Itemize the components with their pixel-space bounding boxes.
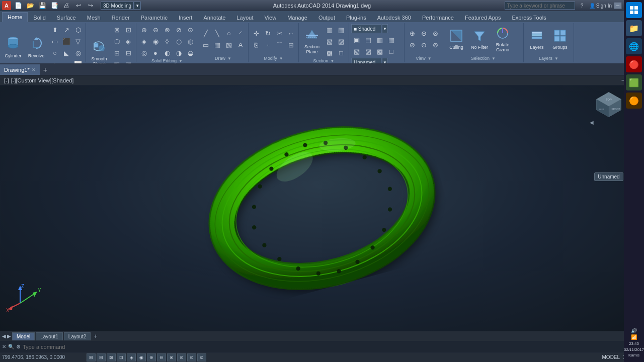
shaded-arrow[interactable]: ▼ [382,24,388,33]
tab-expresstools[interactable]: Express Tools [507,12,552,22]
unnamed-dropdown[interactable]: Unnamed ▼ [351,58,397,64]
add-layout-button[interactable]: + [94,333,97,340]
help-button[interactable]: ? [577,1,587,10]
section-s1[interactable]: ▥ [324,24,335,35]
tab-performance[interactable]: Performance [417,12,459,22]
saveas-button[interactable]: 📑 [49,1,59,10]
vb2[interactable]: ⊖ [418,28,429,39]
tab-output[interactable]: Output [313,12,341,22]
sb11[interactable]: ⊙ [187,353,196,361]
tab-surface[interactable]: Surface [51,12,82,22]
move-button[interactable]: ✛ [251,28,262,39]
pyramid-button[interactable]: △ [49,59,60,64]
layers-arrow[interactable]: ▼ [554,56,558,61]
vm6[interactable]: ▨ [363,46,374,57]
new-button[interactable]: 📄 [13,1,23,10]
section-s3[interactable]: ▧ [324,36,335,47]
section-s4[interactable]: ▨ [336,36,347,47]
se3[interactable]: ⊗ [162,24,173,35]
box-button[interactable]: ⬛ [61,36,72,47]
unnamed-arrow[interactable]: ▼ [382,58,388,64]
maximize-icon[interactable]: [-] [4,77,9,83]
mesh-s6[interactable]: ⊟ [123,47,134,58]
torus-button[interactable]: ◎ [72,47,84,58]
workspace-arrow[interactable]: ▼ [134,2,141,10]
vb3[interactable]: ⊗ [430,28,441,39]
line-button[interactable]: ╱ [200,28,211,39]
section-plane-button[interactable]: SectionPlane [301,27,323,55]
sb1[interactable]: ⊞ [87,353,96,361]
section-s2[interactable]: ▦ [336,24,347,35]
tab-annotate[interactable]: Annotate [198,12,231,22]
tab-plugins[interactable]: Plug-ins [341,12,372,22]
copy-button[interactable]: ⎘ [251,40,262,51]
selection-arrow[interactable]: ▼ [492,56,496,61]
tab-home[interactable]: Home [2,12,28,22]
rect-button[interactable]: ▭ [200,40,211,51]
arc-button[interactable]: ◜ [235,28,246,39]
vb4[interactable]: ⊘ [407,40,418,51]
view-cube-svg[interactable]: TOP FRONT LEFT [589,90,629,119]
win-start[interactable] [626,2,642,18]
cmd-close-button[interactable]: ✕ [2,344,6,349]
tab-close-icon[interactable]: ✕ [32,67,36,72]
tab-view[interactable]: View [259,12,282,22]
selection-label[interactable]: Selection [471,56,490,61]
search-input[interactable] [505,2,575,10]
vm2[interactable]: ▤ [363,34,374,45]
sb5[interactable]: ◈ [127,353,136,361]
win-plugin1[interactable]: 🔴 [626,56,642,72]
mesh-s4[interactable]: ◈ [123,36,134,47]
redo-button[interactable]: ↪ [86,1,96,10]
sb10[interactable]: ⊘ [177,353,186,361]
smooth-object-button[interactable]: SmoothObject [88,39,110,64]
modify-arrow[interactable]: ▼ [279,56,283,61]
cylinder-button[interactable]: Cylinder [2,33,24,61]
layout-tab-model[interactable]: Model [12,332,35,340]
layers-section-label[interactable]: Layers [539,56,552,61]
section-arrow[interactable]: ▼ [331,59,335,63]
sb9[interactable]: ⊗ [167,353,176,361]
vm1[interactable]: ▣ [351,34,362,45]
tab-solid[interactable]: Solid [28,12,51,22]
se15[interactable]: ◒ [185,47,196,58]
revolve-button[interactable]: Revolve [25,33,47,61]
groups-button[interactable]: Groups [549,25,571,53]
mirror-button[interactable]: ⫠ [262,40,273,51]
no-filter-button[interactable]: No Filter [468,25,491,53]
file-tab-drawing1[interactable]: Drawing1* ✕ [0,64,40,75]
circle-button[interactable]: ○ [223,28,234,39]
trim-button[interactable]: ✂ [274,28,285,39]
view-label[interactable]: View [416,56,425,61]
modify-label[interactable]: Modify [264,56,277,61]
sb6[interactable]: ◉ [137,353,146,361]
culling-button[interactable]: Culling [445,25,467,53]
mesh-s5[interactable]: ⊞ [111,47,122,58]
tab-parametric[interactable]: Parametric [135,12,173,22]
mesh-s8[interactable]: ◨ [123,59,134,64]
signin-area[interactable]: 👤 Sign In [589,3,612,9]
fillet-button[interactable]: ⌒ [274,40,285,51]
section-label[interactable]: Section [313,58,329,63]
sweep-button[interactable]: ↗ [61,24,72,35]
solid-editing-label[interactable]: Solid Editing [151,58,177,63]
solid-editing-arrow[interactable]: ▼ [179,59,183,63]
se9[interactable]: ◌ [173,36,184,47]
polysolid-button[interactable]: ▭ [49,36,60,47]
vm3[interactable]: ▥ [374,34,385,45]
layout-tab-layout2[interactable]: Layout2 [64,332,91,340]
mesh-s7[interactable]: ◧ [111,59,122,64]
print-button[interactable]: 🖨 [61,1,71,10]
se13[interactable]: ◐ [162,47,173,58]
vm5[interactable]: ▧ [351,46,362,57]
se5[interactable]: ⊙ [185,24,196,35]
se2[interactable]: ⊖ [150,24,161,35]
shaded-dropdown[interactable]: ■ Shaded ▼ [351,24,397,33]
tab-autodesk360[interactable]: Autodesk 360 [372,12,417,22]
sb2[interactable]: ⊟ [97,353,106,361]
sb8[interactable]: ⊖ [157,353,166,361]
nav-right-button[interactable]: ▶ [7,333,11,339]
draw-arrow[interactable]: ▼ [227,56,231,61]
sphere-button[interactable]: ○ [49,47,60,58]
planesurf-button[interactable]: ▱ [61,59,72,64]
